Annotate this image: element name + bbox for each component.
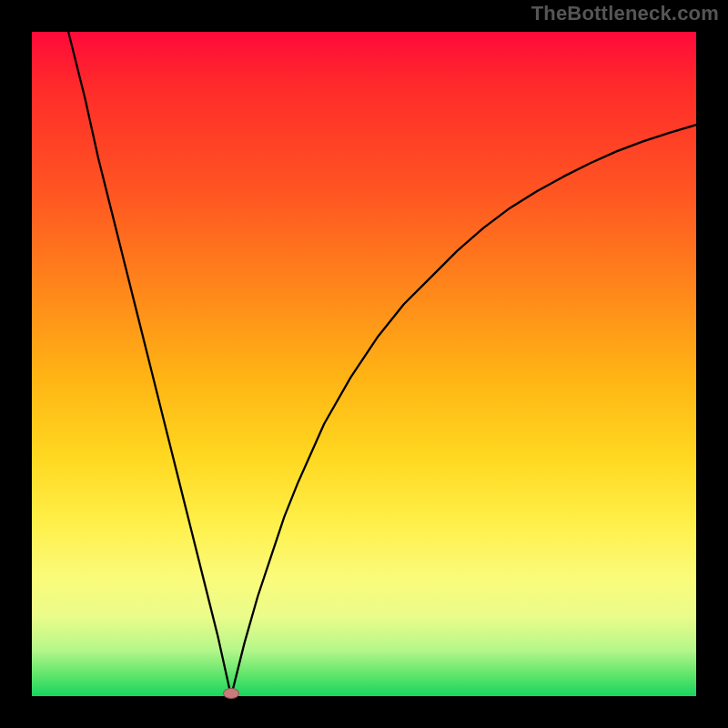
plot-area (32, 32, 696, 696)
bottleneck-curve (32, 32, 696, 696)
watermark-text: TheBottleneck.com (531, 2, 719, 25)
curve-minimum-marker (223, 688, 239, 699)
chart-frame: TheBottleneck.com (0, 0, 728, 728)
